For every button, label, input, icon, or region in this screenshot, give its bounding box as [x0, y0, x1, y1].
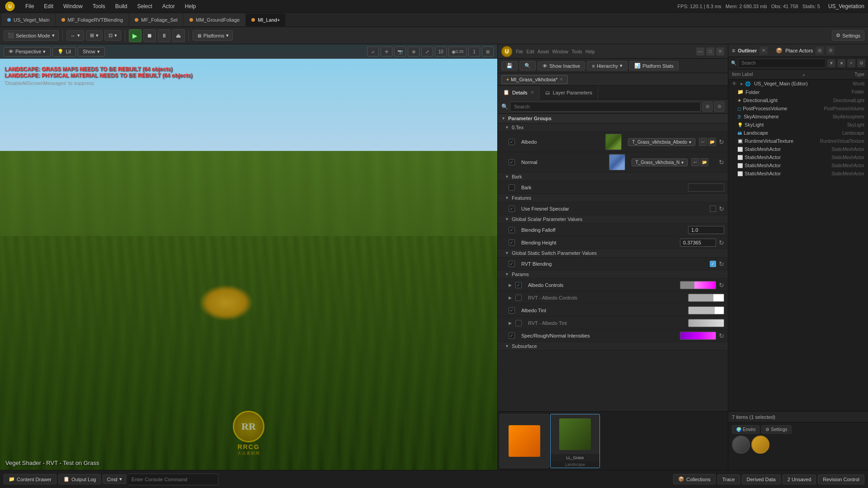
- outliner-folder[interactable]: 📁 Folder Folder: [728, 88, 868, 96]
- height-reset[interactable]: ↻: [719, 239, 724, 246]
- height-value[interactable]: [680, 239, 716, 247]
- tint-checkbox[interactable]: ✓: [509, 307, 515, 314]
- normal-browse-btn[interactable]: 📂: [700, 158, 708, 166]
- tab-mm-ground-foliage[interactable]: MM_GroundFoliage: [184, 14, 245, 26]
- falloff-checkbox[interactable]: ✓: [509, 227, 515, 233]
- vp-scale-btn[interactable]: ⤢: [421, 47, 433, 56]
- cmd-label[interactable]: Cmd ▾: [103, 474, 126, 484]
- rvt-tint-checkbox[interactable]: [515, 320, 522, 326]
- eject-button[interactable]: ⏏: [172, 29, 185, 42]
- derived-data-btn[interactable]: Derived Data: [742, 474, 781, 484]
- console-input[interactable]: [128, 474, 218, 485]
- panel-maximize[interactable]: □: [706, 47, 714, 56]
- show-inactive-btn[interactable]: 👁 Show Inactive: [538, 61, 585, 70]
- asset-menu-item[interactable]: Asset: [538, 49, 549, 54]
- spec-checkbox[interactable]: ✓: [509, 333, 515, 339]
- falloff-value[interactable]: [688, 226, 724, 234]
- rvt-tint-swatch[interactable]: [688, 319, 724, 327]
- outliner-dir-light[interactable]: ☀ DirectionalLight DirectionalLight: [728, 96, 868, 104]
- albedo-texture-dropdown[interactable]: T_Grass_vlkhcbxia_Albedo ▾: [628, 138, 695, 146]
- albedo-reset-btn[interactable]: ↩: [699, 138, 707, 146]
- browse-btn[interactable]: 🔍: [519, 61, 536, 70]
- trace-btn[interactable]: Trace: [717, 474, 740, 484]
- rvt-checkbox[interactable]: ✓: [509, 261, 515, 267]
- vp-fov-btn[interactable]: ◉ 0.25: [448, 47, 467, 56]
- settings-small-btn[interactable]: ⚙ Settings: [761, 425, 791, 434]
- window-menu-item[interactable]: Window: [552, 49, 568, 54]
- env-btn[interactable]: 🌍 Enviro: [732, 425, 760, 434]
- albedo-checkbox[interactable]: ✓: [509, 139, 515, 145]
- rvt-albedo-expand[interactable]: ▶: [509, 296, 512, 300]
- edit-menu-item[interactable]: Edit: [526, 49, 534, 54]
- search-input[interactable]: [510, 102, 701, 112]
- panel-minimize[interactable]: —: [696, 47, 704, 56]
- outliner-items[interactable]: 👁 ▶ 🌐 US_Veget_Main (Editor) World 📁 Fol…: [728, 80, 868, 411]
- menu-file[interactable]: File: [21, 1, 38, 11]
- outliner-close[interactable]: ✕: [760, 47, 768, 55]
- outliner-settings[interactable]: ⚙: [826, 47, 835, 55]
- features-section-header[interactable]: ▼ Features: [498, 194, 728, 202]
- albedo-browse-btn[interactable]: 📂: [708, 138, 716, 146]
- thumb-orange[interactable]: [500, 414, 549, 468]
- viewport-perspective-btn[interactable]: 👁 Perspective ▾: [4, 47, 51, 56]
- toolbar-snap-btn[interactable]: ⊞ ▾: [86, 30, 103, 41]
- albedo-preview[interactable]: [605, 134, 622, 150]
- menu-build[interactable]: Build: [111, 1, 132, 11]
- outliner-add[interactable]: +: [847, 59, 855, 67]
- albedo-ctrl-checkbox[interactable]: ✓: [515, 282, 522, 288]
- material-tab-active[interactable]: ● MI_Grass_vlkhcbxia* ✕: [501, 75, 568, 84]
- global-static-header[interactable]: ▼ Global Static Switch Parameter Values: [498, 249, 728, 258]
- params-section-header[interactable]: ▼ Params: [498, 270, 728, 279]
- menu-tools[interactable]: Tools: [88, 1, 110, 11]
- fresnel-reset[interactable]: ↻: [719, 205, 724, 212]
- menu-window[interactable]: Window: [59, 1, 87, 11]
- vp-grid2-btn[interactable]: ⊞: [482, 47, 494, 56]
- content-drawer-btn[interactable]: 📁 Content Drawer: [4, 474, 57, 484]
- rvt-reset[interactable]: ↻: [719, 260, 724, 267]
- platform-stats-btn[interactable]: 📊 Platform Stats: [629, 61, 679, 70]
- subsurface-header[interactable]: ▼ Subsurface: [498, 342, 728, 351]
- viewport[interactable]: 👁 Perspective ▾ 💡 Lit Show ▾ ⤾ ✛ 📷 ⊕ ⤢ 1…: [0, 44, 497, 470]
- toolbar-mode-btn[interactable]: ⬛ Selection Mode ▾: [4, 30, 59, 41]
- outliner-sma-2[interactable]: ⬜ StaticMeshActor StaticMeshActor: [728, 153, 868, 161]
- settings-btn[interactable]: ⚙ Settings: [832, 30, 864, 41]
- global-scalar-header[interactable]: ▼ Global Scalar Parameter Values: [498, 215, 728, 224]
- toolbar-platforms-btn[interactable]: 🖥 Platforms ▾: [193, 30, 233, 41]
- tools-menu-item[interactable]: Tools: [571, 49, 582, 54]
- stop-button[interactable]: ⏹: [143, 29, 156, 42]
- save-material-btn[interactable]: 💾: [501, 61, 518, 70]
- rvt-albedo-checkbox[interactable]: [515, 295, 522, 301]
- outliner-star[interactable]: ★: [837, 59, 845, 67]
- vp-num-btn[interactable]: 1: [468, 47, 480, 56]
- outliner-settings2[interactable]: ⚙: [857, 59, 865, 67]
- vp-grid-btn[interactable]: ✛: [381, 47, 392, 56]
- outliner-rvt[interactable]: 🔲 RuntimeVirtualTexture RuntimeVirtualTe…: [728, 137, 868, 145]
- normal-texture-dropdown[interactable]: T_Grass_vlkhcbxia_N ▾: [632, 159, 688, 166]
- details-tab-close[interactable]: ✕: [530, 90, 534, 95]
- outliner-sky-atm[interactable]: 🌫 SkyAtmosphere SkyAtmosphere: [728, 113, 868, 121]
- outliner-sma-4[interactable]: ⬜ StaticMeshActor StaticMeshActor: [728, 169, 868, 178]
- thumb-grass[interactable]: LL_Grass Landscape: [550, 414, 600, 468]
- tab-mf-foliage-rvt[interactable]: MF_FoliageRVTBlending: [56, 14, 129, 26]
- panel-close[interactable]: ✕: [716, 47, 724, 56]
- place-actors-btns[interactable]: ⊞: [816, 47, 824, 55]
- vp-camera-btn[interactable]: 📷: [394, 47, 406, 56]
- menu-edit[interactable]: Edit: [39, 1, 58, 11]
- albedo-ctrl-expand[interactable]: ▶: [509, 283, 512, 287]
- search-settings-btn[interactable]: ⚙: [714, 102, 724, 112]
- tint-swatch[interactable]: [688, 306, 724, 314]
- menu-select[interactable]: Select: [132, 1, 156, 11]
- vp-num10-btn[interactable]: 10: [435, 47, 447, 56]
- vp-rotate-btn[interactable]: ⤾: [367, 47, 379, 56]
- spec-reset[interactable]: ↻: [719, 332, 724, 339]
- help-menu-item[interactable]: Help: [585, 49, 595, 54]
- params-scroll-area[interactable]: ▼ Parameter Groups ▼ 0.Tex ✓ Albedo T_Gr…: [498, 114, 728, 411]
- toolbar-extra-btn[interactable]: ⊡ ▾: [104, 30, 121, 41]
- normal-reset-btn[interactable]: ↩: [691, 158, 699, 166]
- outliner-sky-light[interactable]: 💡 SkyLight SkyLight: [728, 121, 868, 129]
- outliner-landscape[interactable]: 🏔 Landscape Landscape: [728, 129, 868, 137]
- viewport-lit-btn[interactable]: 💡 Lit: [52, 47, 76, 56]
- outliner-ppv[interactable]: ◻ PostProcessVolume PostProcessVolume: [728, 104, 868, 113]
- bark-checkbox[interactable]: [509, 184, 515, 191]
- normal-reset-icon[interactable]: ↻: [719, 159, 724, 166]
